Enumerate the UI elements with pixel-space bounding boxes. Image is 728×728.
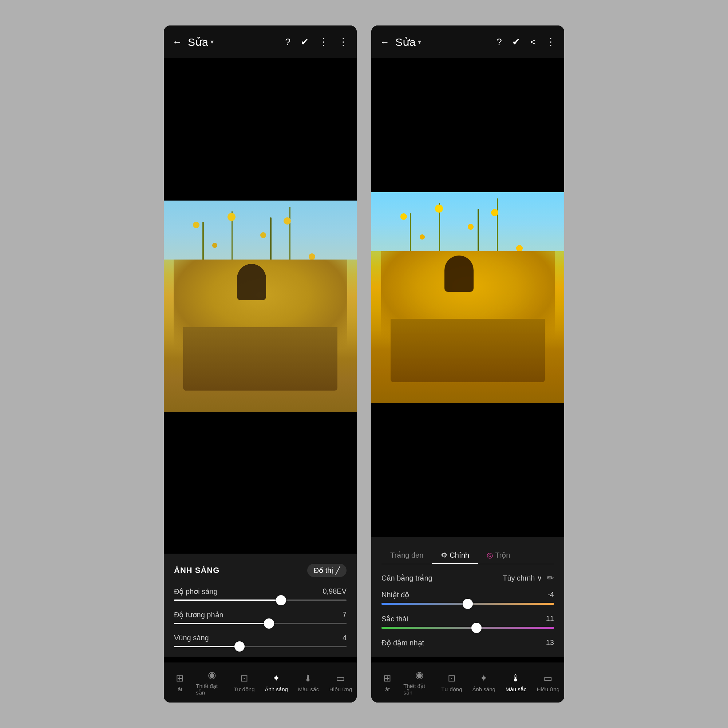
tab-tron[interactable]: ◎Trộn [478, 547, 519, 564]
title-dropdown-left[interactable]: Sửa ▾ [188, 36, 214, 48]
section-header-left: ÁNH SÁNG Đồ thị ╱ [174, 564, 347, 577]
more-button-right[interactable]: ⋮ [546, 37, 555, 48]
slider-highlights: Vùng sáng 4 [174, 634, 347, 647]
preset-icon-r: ◉ [415, 669, 424, 681]
nav-item-effect-r[interactable]: ▭ Hiệu ứng [532, 662, 564, 702]
help-button-left[interactable]: ? [285, 37, 291, 48]
nav-item-color-r[interactable]: 🌡 Màu sắc [500, 662, 532, 702]
exposure-track[interactable] [174, 600, 347, 601]
exposure-label: Độ phơi sáng [174, 587, 218, 596]
auto-icon-r: ⊡ [448, 673, 456, 684]
crop-icon: ⊞ [176, 673, 184, 684]
chevron-icon-right: ▾ [418, 38, 421, 46]
contrast-value: 7 [343, 610, 347, 619]
slider-contrast: Độ tương phản 7 [174, 610, 347, 624]
effect-label: Hiệu ứng [329, 686, 352, 693]
tint-value: 11 [546, 615, 554, 623]
wb-label: Cân bằng trắng [381, 574, 433, 583]
app-title-left: Sửa [188, 36, 208, 48]
nav-item-preset[interactable]: ◉ Thiết đặt sẵn [196, 662, 228, 702]
highlights-track[interactable] [174, 646, 347, 647]
back-button-left[interactable]: ← [173, 37, 182, 48]
back-button-right[interactable]: ← [380, 37, 390, 48]
vibrance-label: Độ đậm nhạt [381, 638, 424, 647]
controls-right: Trắng đen ⚙Chỉnh ◎Trộn Cân bằng trắng Tù… [371, 537, 564, 657]
tint-label: Sắc thái [381, 615, 408, 623]
light-icon: ✦ [272, 673, 280, 684]
slider-vibrance: Độ đậm nhạt 13 [381, 638, 554, 647]
histogram-button[interactable]: Đồ thị ╱ [307, 564, 347, 577]
bottom-nav-right: ⊞ ặt ◉ Thiết đặt sẵn ⊡ Tự động ✦ Ánh sán… [371, 662, 564, 702]
confirm-button-left[interactable]: ✔ [301, 37, 309, 48]
color-icon: 🌡 [304, 673, 313, 684]
nav-item-auto[interactable]: ⊡ Tự động [228, 662, 260, 702]
nav-item-color[interactable]: 🌡 Màu sắc [292, 662, 324, 702]
color-label: Màu sắc [298, 686, 319, 693]
auto-label: Tự động [234, 686, 254, 693]
eyedropper-icon[interactable]: ✏ [547, 573, 554, 583]
contrast-label: Độ tương phản [174, 610, 223, 619]
crop-label-r: ặt [385, 686, 390, 693]
nav-item-light-r[interactable]: ✦ Ánh sáng [468, 662, 500, 702]
wb-value[interactable]: Tùy chỉnh ∨ [503, 574, 542, 583]
bottom-nav-left: ⊞ ặt ◉ Thiết đặt sẵn ⊡ Tự động ✦ Ánh sán… [164, 662, 357, 702]
temp-label: Nhiệt độ [381, 590, 409, 599]
nav-item-auto-r[interactable]: ⊡ Tự động [436, 662, 468, 702]
preset-label: Thiết đặt sẵn [196, 683, 228, 696]
temp-value: -4 [548, 590, 554, 599]
tab-bar: Trắng đen ⚙Chỉnh ◎Trộn [381, 547, 554, 564]
effect-icon-r: ▭ [543, 673, 552, 684]
highlights-value: 4 [343, 634, 347, 642]
effect-label-r: Hiệu ứng [537, 686, 560, 693]
nav-item-effect[interactable]: ▭ Hiệu ứng [325, 662, 357, 702]
photo-left [164, 200, 357, 412]
wb-row: Cân bằng trắng Tùy chỉnh ∨ ✏ [381, 573, 554, 583]
tab-bw[interactable]: Trắng đen [381, 547, 432, 564]
color-icon-r: 🌡 [511, 673, 520, 684]
highlights-label: Vùng sáng [174, 634, 209, 642]
slider-tint: Sắc thái 11 [381, 615, 554, 629]
auto-icon: ⊡ [240, 673, 248, 684]
help-button-right[interactable]: ? [497, 37, 502, 48]
app-title-right: Sửa [395, 36, 416, 48]
topbar-left: ← Sửa ▾ ? ✔ ⋮ ⋮ [164, 26, 357, 58]
light-label-r: Ánh sáng [472, 686, 495, 692]
tab-chinh[interactable]: ⚙Chỉnh [432, 547, 478, 564]
preset-label-r: Thiết đặt sẵn [403, 683, 435, 696]
slider-exposure: Độ phơi sáng 0,98EV [174, 587, 347, 601]
image-area-right [371, 58, 564, 537]
nav-item-preset-r[interactable]: ◉ Thiết đặt sẵn [403, 662, 435, 702]
vibrance-value: 13 [546, 638, 554, 647]
confirm-button-right[interactable]: ✔ [512, 37, 520, 48]
preset-icon: ◉ [208, 669, 216, 681]
slider-temp: Nhiệt độ -4 [381, 590, 554, 605]
chevron-icon-left: ▾ [210, 38, 214, 46]
exposure-value: 0,98EV [323, 587, 347, 596]
panel-left: ← Sửa ▾ ? ✔ ⋮ ⋮ [164, 26, 357, 702]
topbar-right: ← Sửa ▾ ? ✔ < ⋮ [371, 26, 564, 58]
controls-left: ÁNH SÁNG Đồ thị ╱ Độ phơi sáng 0,98EV Độ… [164, 554, 357, 657]
nav-item-light[interactable]: ✦ Ánh sáng [260, 662, 292, 702]
tint-track[interactable] [381, 627, 554, 629]
photo-right [371, 192, 564, 403]
nav-item-crop-r[interactable]: ⊞ ặt [371, 662, 403, 702]
auto-label-r: Tự động [441, 686, 462, 693]
title-dropdown-right[interactable]: Sửa ▾ [395, 36, 421, 48]
share-button-left[interactable]: ⋮ [319, 37, 328, 48]
crop-label: ặt [177, 686, 182, 693]
temp-track[interactable] [381, 603, 554, 605]
light-label: Ánh sáng [265, 686, 288, 692]
panel-right: ← Sửa ▾ ? ✔ < ⋮ [371, 26, 564, 702]
section-title-left: ÁNH SÁNG [174, 566, 219, 575]
crop-icon-r: ⊞ [383, 673, 391, 684]
contrast-track[interactable] [174, 623, 347, 624]
more-button-left[interactable]: ⋮ [338, 37, 348, 48]
color-label-r: Màu sắc [506, 686, 526, 693]
image-area-left [164, 58, 357, 554]
nav-item-crop[interactable]: ⊞ ặt [164, 662, 196, 702]
effect-icon: ▭ [336, 673, 345, 684]
light-icon-r: ✦ [480, 673, 488, 684]
share-button-right[interactable]: < [530, 37, 536, 48]
